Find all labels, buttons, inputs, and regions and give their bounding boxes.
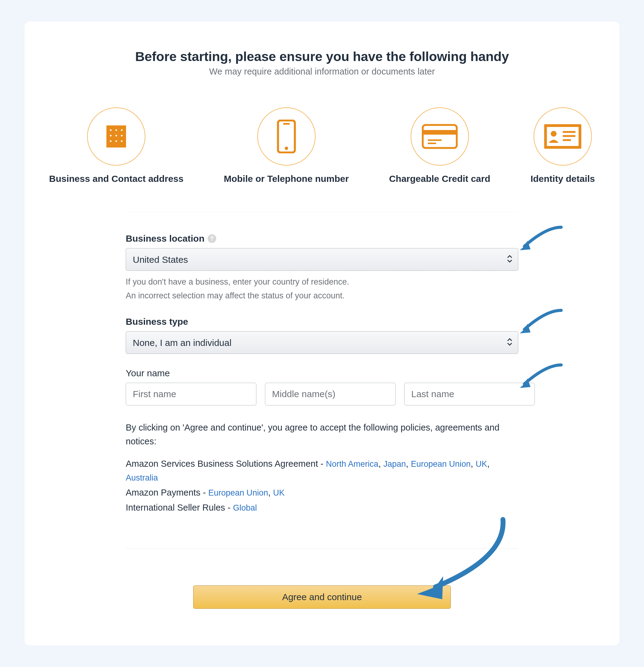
req-mobile: Mobile or Telephone number	[224, 107, 349, 184]
cta-wrap: Agree and continue	[126, 585, 518, 609]
req-identity: Identity details	[531, 107, 595, 184]
agree-continue-button[interactable]: Agree and continue	[193, 585, 451, 609]
svg-point-19	[551, 131, 557, 137]
building-icon	[87, 107, 145, 166]
registration-card: Before starting, please ensure you have …	[25, 21, 619, 646]
svg-rect-1	[109, 129, 112, 132]
legal-label: Amazon Services Business Solutions Agree…	[126, 459, 326, 469]
link-japan[interactable]: Japan	[383, 459, 406, 469]
your-name-label: Your name	[126, 368, 518, 378]
first-name-input[interactable]	[126, 383, 256, 405]
annotation-arrow-icon	[512, 224, 564, 258]
page-subtitle: We may require additional information or…	[43, 67, 601, 77]
link-australia[interactable]: Australia	[126, 473, 158, 483]
svg-rect-9	[120, 140, 123, 143]
annotation-arrow-icon	[512, 307, 564, 341]
req-credit: Chargeable Credit card	[389, 107, 490, 184]
legal-payments-row: Amazon Payments - European Union, UK	[126, 486, 518, 500]
link-north-america[interactable]: North America	[326, 459, 379, 469]
legal-label: International Seller Rules -	[126, 503, 233, 513]
link-uk[interactable]: UK	[273, 488, 285, 498]
heading-block: Before starting, please ensure you have …	[43, 49, 601, 77]
svg-rect-8	[115, 140, 118, 143]
legal-label: Amazon Payments -	[126, 488, 208, 498]
hint-line: An incorrect selection may affect the st…	[126, 289, 518, 303]
svg-rect-4	[109, 134, 112, 137]
req-label: Identity details	[531, 174, 595, 184]
credit-card-icon	[410, 107, 469, 166]
hint-line: If you don't have a business, enter your…	[126, 275, 518, 289]
last-name-input[interactable]	[404, 383, 535, 405]
form-area: Business location ? United States If you…	[126, 212, 518, 609]
legal-asbsa-row: Amazon Services Business Solutions Agree…	[126, 457, 518, 485]
your-name-group: Your name	[126, 368, 518, 405]
svg-rect-14	[423, 130, 457, 135]
svg-rect-2	[115, 129, 118, 132]
page-title: Before starting, please ensure you have …	[43, 49, 601, 64]
req-label: Business and Contact address	[49, 174, 183, 184]
link-eu[interactable]: European Union	[208, 488, 268, 498]
business-location-select[interactable]: United States	[126, 248, 518, 271]
help-icon[interactable]: ?	[208, 234, 216, 243]
business-location-label: Business location ?	[126, 233, 518, 244]
legal-block: By clicking on 'Agree and continue', you…	[126, 421, 518, 515]
svg-rect-13	[423, 125, 457, 148]
hint-text: If you don't have a business, enter your…	[126, 275, 518, 303]
divider	[126, 548, 518, 549]
business-type-group: Business type None, I am an individual	[126, 316, 518, 354]
phone-icon	[257, 107, 316, 166]
svg-point-11	[285, 147, 288, 150]
legal-intro: By clicking on 'Agree and continue', you…	[126, 421, 518, 448]
svg-rect-3	[120, 129, 123, 132]
svg-rect-5	[115, 134, 118, 137]
business-type-label: Business type	[126, 316, 518, 327]
link-global[interactable]: Global	[233, 503, 257, 513]
business-type-select[interactable]: None, I am an individual	[126, 331, 518, 354]
svg-rect-6	[120, 134, 123, 137]
req-label: Mobile or Telephone number	[224, 174, 349, 184]
link-uk[interactable]: UK	[476, 459, 487, 469]
req-business-contact: Business and Contact address	[49, 107, 183, 184]
business-location-group: Business location ? United States If you…	[126, 233, 518, 303]
svg-rect-7	[109, 140, 112, 143]
req-label: Chargeable Credit card	[389, 174, 490, 184]
id-card-icon	[534, 107, 592, 166]
label-text: Business location	[126, 233, 205, 244]
requirements-row: Business and Contact address Mobile or T…	[43, 107, 601, 184]
link-eu[interactable]: European Union	[411, 459, 471, 469]
legal-isr-row: International Seller Rules - Global	[126, 501, 518, 515]
middle-name-input[interactable]	[265, 383, 396, 405]
